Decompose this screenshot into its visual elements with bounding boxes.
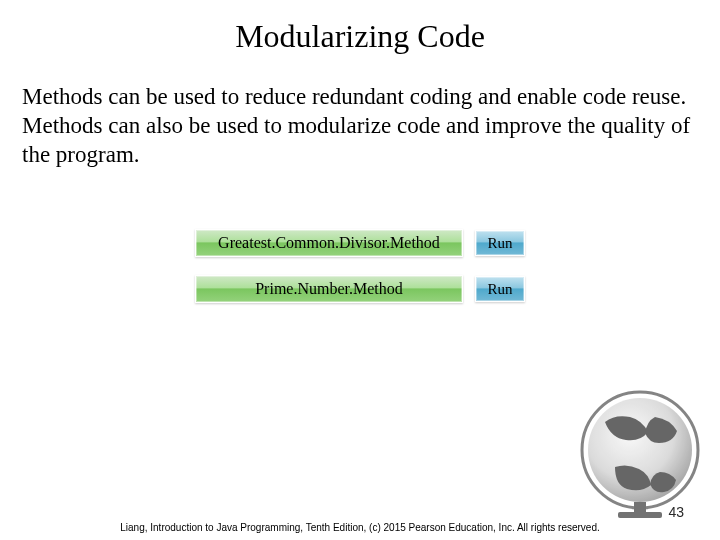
run-button-2[interactable]: Run [475,276,525,302]
prime-number-method-button[interactable]: Prime.Number.Method [195,275,463,303]
button-row-1: Greatest.Common.Divisor.Method Run [20,229,700,257]
slide-title: Modularizing Code [20,18,700,55]
slide: Modularizing Code Methods can be used to… [0,0,720,540]
run-button-1[interactable]: Run [475,230,525,256]
footer-copyright: Liang, Introduction to Java Programming,… [0,522,720,534]
gcd-method-button[interactable]: Greatest.Common.Divisor.Method [195,229,463,257]
svg-rect-3 [618,512,662,518]
globe-icon [560,372,710,522]
page-number: 43 [668,504,684,520]
button-row-2: Prime.Number.Method Run [20,275,700,303]
body-paragraph: Methods can be used to reduce redundant … [20,83,700,169]
svg-rect-2 [634,502,646,512]
